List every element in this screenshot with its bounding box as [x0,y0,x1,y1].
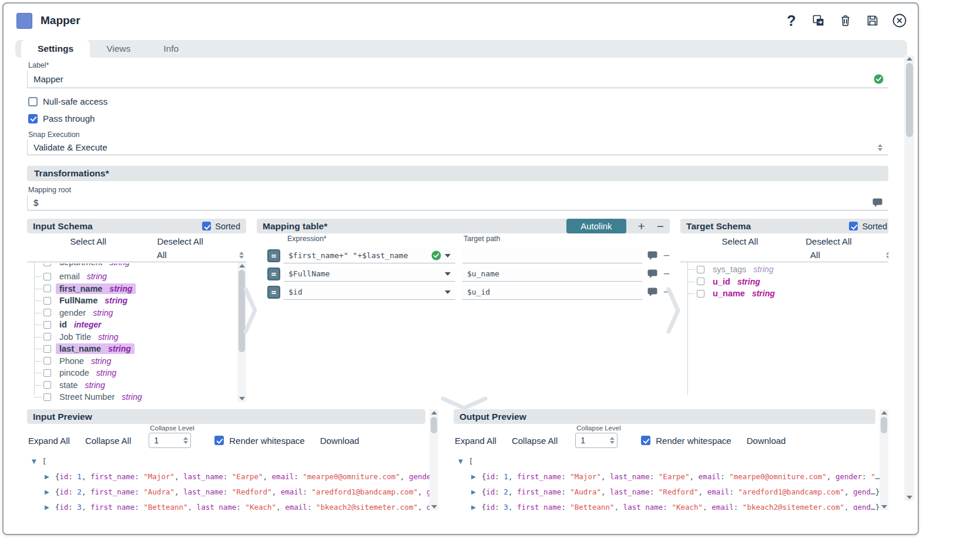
target-schema-sorted-checkbox[interactable] [849,222,858,230]
input-schema-filter-spinner-icon[interactable] [239,252,244,259]
scroll-up-icon[interactable] [239,264,245,268]
help-icon[interactable]: ? [784,13,799,28]
scrollbar-thumb[interactable] [881,417,887,433]
comment-icon[interactable] [872,198,882,208]
field-checkbox[interactable] [43,393,51,401]
input-schema-filter-input[interactable] [27,249,151,262]
field-checkbox[interactable] [43,263,51,266]
expression-toggle-button[interactable]: = [267,286,280,299]
expand-row-icon[interactable]: ▶ [45,504,49,510]
target-path-input[interactable] [462,248,642,263]
output-collapse-level-spinner-icon[interactable] [610,437,615,444]
collapse-root-icon[interactable]: ▼ [458,458,463,465]
field-checkbox[interactable] [43,369,51,377]
schema-field-email[interactable]: emailstring [43,270,237,283]
input-render-whitespace-checkbox[interactable] [214,436,224,445]
delete-icon[interactable] [838,13,853,28]
field-checkbox[interactable] [43,345,51,353]
duplicate-icon[interactable] [811,13,826,28]
input-schema-select-all[interactable]: Select All [70,236,106,246]
schema-field-last_name[interactable]: last_namestring [43,343,237,355]
input-expand-all[interactable]: Expand All [28,436,70,446]
label-field[interactable] [27,71,888,88]
input-schema-deselect-all[interactable]: Deselect All [157,236,203,246]
snap-execution-select[interactable]: Validate & Execute [27,140,888,155]
input-collapse-level-spinner-icon[interactable] [183,437,188,444]
add-row-button[interactable]: + [638,220,645,232]
expression-input[interactable]: $id [284,285,455,300]
input-collapse-level-field[interactable] [149,433,191,448]
field-checkbox[interactable] [697,290,704,298]
expression-toggle-button[interactable]: = [267,268,280,280]
output-download-link[interactable]: Download [747,436,786,446]
input-download-link[interactable]: Download [320,436,360,446]
field-checkbox[interactable] [43,333,51,340]
autolink-button[interactable]: Autolink [566,219,626,233]
target-schema-filter-select[interactable]: All [804,250,888,262]
schema-field-job-title[interactable]: Job Titlestring [43,331,237,343]
dialog-scrollbar[interactable] [904,55,914,501]
expand-row-icon[interactable]: ▶ [45,473,49,480]
remove-rows-button[interactable]: − [657,220,664,232]
expand-row-icon[interactable]: ▶ [471,504,476,510]
comment-icon[interactable] [647,269,657,279]
target-schema-select-all[interactable]: Select All [722,236,759,246]
field-checkbox[interactable] [43,285,51,292]
field-checkbox[interactable] [697,266,704,273]
tab-views[interactable]: Views [90,40,147,58]
target-schema-filter-spinner-icon[interactable] [886,252,888,259]
dropdown-caret-icon[interactable] [445,272,451,279]
scroll-up-icon[interactable] [431,411,437,415]
field-checkbox[interactable] [697,278,704,285]
close-icon[interactable] [892,13,907,28]
output-collapse-level-field[interactable] [575,433,617,448]
null-safe-checkbox[interactable] [28,97,38,106]
remove-row-button[interactable]: − [663,268,670,280]
target-path-input[interactable]: $u_name [462,266,642,282]
expression-toggle-button[interactable]: = [267,249,280,262]
schema-field-u_name[interactable]: u_namestring [697,288,888,300]
scroll-down-icon[interactable] [431,505,437,509]
schema-field-pincode[interactable]: pincodestring [43,367,237,379]
schema-field-first_name[interactable]: first_namestring [43,283,237,295]
schema-field-id[interactable]: idinteger [43,319,237,331]
target-schema-filter-input[interactable] [680,249,804,262]
output-preview-scrollbar[interactable] [880,409,888,510]
comment-icon[interactable] [647,251,657,260]
scroll-down-icon[interactable] [907,496,912,499]
scroll-down-icon[interactable] [239,397,245,400]
expression-input[interactable]: $FullName [284,266,455,282]
target-path-input[interactable]: $u_id [462,285,642,300]
field-checkbox[interactable] [43,273,51,280]
input-collapse-all[interactable]: Collapse All [85,436,131,446]
output-render-whitespace-checkbox[interactable] [641,436,650,445]
input-preview-scrollbar[interactable] [429,409,438,510]
remove-row-button[interactable]: − [663,249,670,262]
tab-info[interactable]: Info [147,40,195,58]
input-schema-sorted-checkbox[interactable] [202,222,211,230]
collapse-root-icon[interactable]: ▼ [32,458,36,465]
output-collapse-level-input[interactable] [580,436,600,445]
field-checkbox[interactable] [43,297,51,305]
save-icon[interactable] [865,13,880,28]
output-expand-all[interactable]: Expand All [455,436,496,446]
expand-row-icon[interactable]: ▶ [471,473,476,480]
mapping-root-input[interactable] [33,198,840,208]
scrollbar-thumb[interactable] [431,417,437,433]
scroll-down-icon[interactable] [881,505,887,509]
schema-field-gender[interactable]: genderstring [43,307,237,319]
schema-field-department[interactable]: departmentstring [43,263,237,270]
schema-field-phone[interactable]: Phonestring [43,355,237,367]
field-checkbox[interactable] [43,309,51,316]
field-checkbox[interactable] [43,321,51,329]
schema-field-street-number[interactable]: Street Numberstring [43,391,237,402]
mapping-root-field[interactable] [27,195,888,210]
scrollbar-thumb[interactable] [906,63,913,137]
tab-settings[interactable]: Settings [21,40,90,58]
expand-row-icon[interactable]: ▶ [45,489,49,495]
input-collapse-level-input[interactable] [154,436,174,445]
schema-field-fullname[interactable]: FullNamestring [43,295,237,307]
field-checkbox[interactable] [43,357,51,365]
target-schema-deselect-all[interactable]: Deselect All [806,236,851,246]
schema-field-u_id[interactable]: u_idstring [697,276,888,288]
